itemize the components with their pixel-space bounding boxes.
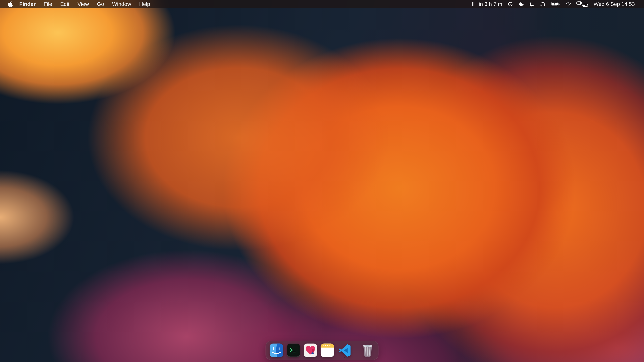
dock	[266, 341, 378, 360]
menu-bar-left: Finder File Edit View Go Window Help	[6, 0, 154, 8]
menu-help[interactable]: Help	[135, 0, 154, 8]
vscode-icon	[337, 343, 352, 357]
menu-edit[interactable]: Edit	[56, 0, 74, 8]
focus-moon-icon[interactable]	[526, 0, 537, 8]
dock-item-finder[interactable]	[269, 342, 284, 359]
recording-indicator-icon[interactable]	[470, 0, 476, 8]
timer-status-text[interactable]: in 3 h 7 m	[476, 1, 505, 7]
dock-item-pink-app[interactable]	[303, 342, 318, 359]
headphones-icon[interactable]	[537, 0, 548, 8]
menu-go[interactable]: Go	[93, 0, 108, 8]
running-indicator-dot	[276, 357, 277, 358]
active-app-menu[interactable]: Finder	[15, 0, 40, 8]
terminal-icon	[286, 343, 300, 357]
pink-app-icon	[303, 343, 318, 357]
running-indicator-dot	[310, 357, 311, 358]
menu-bar-clock[interactable]: Wed 6 Sep 14:53	[591, 1, 638, 7]
menu-bar-status: in 3 h 7 m	[470, 0, 638, 8]
finder-icon	[269, 343, 284, 357]
running-indicator-dot	[344, 357, 345, 358]
docker-whale-icon[interactable]	[516, 0, 526, 8]
dock-item-trash[interactable]	[360, 342, 375, 359]
menu-file[interactable]: File	[40, 0, 56, 8]
wifi-icon[interactable]	[563, 0, 574, 8]
desktop-wallpaper: Finder File Edit View Go Window Help in …	[0, 0, 644, 362]
apple-menu-icon[interactable]	[6, 0, 15, 8]
menu-window[interactable]: Window	[108, 0, 135, 8]
notes-icon	[320, 343, 334, 357]
menu-view[interactable]: View	[74, 0, 93, 8]
dock-item-notes[interactable]	[320, 342, 334, 359]
menu-bar: Finder File Edit View Go Window Help in …	[0, 0, 644, 8]
control-center-icon[interactable]	[574, 0, 591, 8]
battery-charging-icon[interactable]	[548, 0, 563, 8]
dock-item-terminal[interactable]	[286, 342, 300, 359]
dock-item-vscode[interactable]	[337, 342, 352, 359]
ring-icon[interactable]	[505, 0, 516, 8]
trash-icon	[360, 343, 375, 357]
